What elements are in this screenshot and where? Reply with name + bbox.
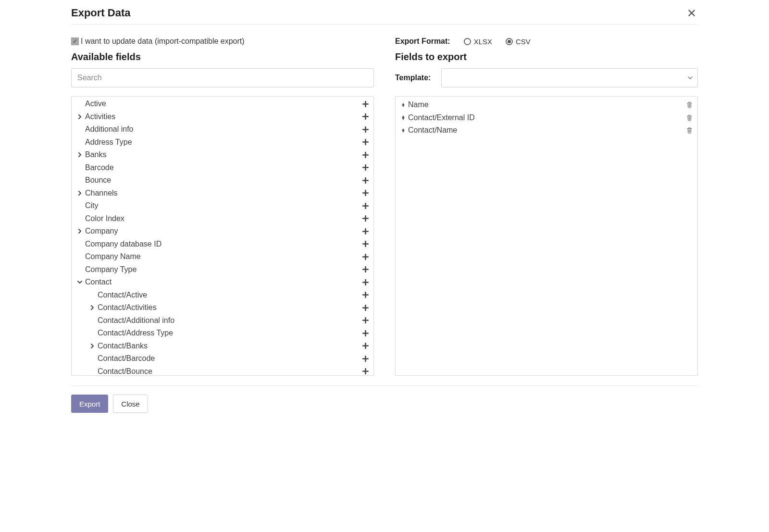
drag-handle-icon[interactable]: ▲▼ xyxy=(399,128,407,133)
chevron-right-icon[interactable] xyxy=(76,191,83,196)
tree-row[interactable]: Banks xyxy=(72,148,373,161)
export-field-row[interactable]: ▲▼Contact/Name xyxy=(399,124,694,137)
tree-item-label: Company xyxy=(83,227,361,235)
tree-row[interactable]: Active xyxy=(72,98,373,111)
tree-row[interactable]: Company Type xyxy=(72,263,373,276)
tree-row[interactable]: Contact/Address Type xyxy=(72,327,373,340)
tree-row[interactable]: Color Index xyxy=(72,212,373,225)
plus-icon[interactable] xyxy=(361,189,370,198)
plus-icon[interactable] xyxy=(361,354,370,363)
plus-icon[interactable] xyxy=(361,176,370,185)
fields-to-export-list[interactable]: ▲▼Name▲▼Contact/External ID▲▼Contact/Nam… xyxy=(395,96,698,376)
import-compatible-label: I want to update data (import-compatible… xyxy=(81,37,245,46)
tree-item-label: City xyxy=(83,201,361,210)
trash-icon[interactable] xyxy=(685,100,694,109)
tree-row[interactable]: Contact xyxy=(72,276,373,289)
checkbox-icon: ✓ xyxy=(71,37,79,45)
fields-to-export-title: Fields to export xyxy=(395,51,698,62)
chevron-right-icon[interactable] xyxy=(89,344,96,348)
plus-icon[interactable] xyxy=(361,252,370,261)
tree-item-label: Additional info xyxy=(83,125,361,134)
plus-icon[interactable] xyxy=(361,367,370,376)
trash-icon[interactable] xyxy=(685,126,694,135)
chevron-right-icon[interactable] xyxy=(76,152,83,157)
dialog-header: Export Data xyxy=(71,3,698,24)
tree-item-label: Address Type xyxy=(83,138,361,147)
tree-row[interactable]: Contact/Banks xyxy=(72,340,373,353)
export-button[interactable]: Export xyxy=(71,395,108,413)
trash-icon[interactable] xyxy=(685,113,694,122)
export-field-label: Contact/External ID xyxy=(407,113,685,122)
close-button[interactable]: Close xyxy=(113,395,148,413)
import-compatible-checkbox[interactable]: ✓ I want to update data (import-compatib… xyxy=(71,37,374,46)
tree-row[interactable]: Additional info xyxy=(72,123,373,136)
export-field-label: Contact/Name xyxy=(407,126,685,135)
plus-icon[interactable] xyxy=(361,201,370,210)
chevron-right-icon[interactable] xyxy=(76,229,83,234)
tree-item-label: Banks xyxy=(83,150,361,159)
tree-row[interactable]: Contact/Bounce xyxy=(72,365,373,376)
export-format-option[interactable]: XLSX xyxy=(464,37,492,46)
search-input[interactable] xyxy=(71,68,374,87)
tree-row[interactable]: Company database ID xyxy=(72,238,373,251)
plus-icon[interactable] xyxy=(361,240,370,248)
template-row: Template: xyxy=(395,68,698,87)
export-field-row[interactable]: ▲▼Contact/External ID xyxy=(399,111,694,124)
dialog-title: Export Data xyxy=(71,7,130,19)
fields-to-export-column: Export Format: XLSXCSV Fields to export … xyxy=(395,37,698,376)
plus-icon[interactable] xyxy=(361,112,370,121)
plus-icon[interactable] xyxy=(361,163,370,172)
radio-label: XLSX xyxy=(474,37,492,46)
plus-icon[interactable] xyxy=(361,278,370,286)
tree-row[interactable]: Company xyxy=(72,225,373,238)
tree-row[interactable]: Channels xyxy=(72,187,373,200)
tree-row[interactable]: Contact/Active xyxy=(72,289,373,302)
plus-icon[interactable] xyxy=(361,265,370,274)
tree-item-label: Contact/Barcode xyxy=(96,354,361,363)
tree-item-label: Company database ID xyxy=(83,240,361,248)
plus-icon[interactable] xyxy=(361,125,370,134)
available-fields-title: Available fields xyxy=(71,51,374,62)
radio-icon xyxy=(506,38,513,45)
tree-item-label: Contact/Banks xyxy=(96,342,361,350)
drag-handle-icon[interactable]: ▲▼ xyxy=(399,115,407,120)
export-format-radio-group: XLSXCSV xyxy=(464,37,531,46)
tree-row[interactable]: Contact/Barcode xyxy=(72,352,373,365)
tree-row[interactable]: City xyxy=(72,199,373,212)
tree-item-label: Contact/Additional info xyxy=(96,316,361,325)
plus-icon[interactable] xyxy=(361,342,370,350)
export-field-row[interactable]: ▲▼Name xyxy=(399,99,694,111)
tree-item-label: Contact/Bounce xyxy=(96,367,361,376)
plus-icon[interactable] xyxy=(361,316,370,325)
plus-icon[interactable] xyxy=(361,291,370,299)
template-select[interactable] xyxy=(441,68,698,87)
tree-row[interactable]: Barcode xyxy=(72,161,373,174)
plus-icon[interactable] xyxy=(361,150,370,159)
chevron-right-icon[interactable] xyxy=(76,114,83,119)
plus-icon[interactable] xyxy=(361,99,370,108)
tree-row[interactable]: Activities xyxy=(72,111,373,124)
tree-row[interactable]: Bounce xyxy=(72,174,373,187)
tree-item-label: Barcode xyxy=(83,163,361,172)
available-fields-column: ✓ I want to update data (import-compatib… xyxy=(71,37,374,376)
chevron-down-icon[interactable] xyxy=(76,280,83,285)
close-icon[interactable] xyxy=(685,7,698,19)
tree-row[interactable]: Contact/Additional info xyxy=(72,314,373,327)
tree-item-label: Contact/Active xyxy=(96,291,361,299)
export-field-label: Name xyxy=(407,100,685,109)
tree-row[interactable]: Contact/Activities xyxy=(72,301,373,314)
plus-icon[interactable] xyxy=(361,303,370,312)
plus-icon[interactable] xyxy=(361,214,370,223)
plus-icon[interactable] xyxy=(361,329,370,337)
tree-row[interactable]: Company Name xyxy=(72,250,373,263)
drag-handle-icon[interactable]: ▲▼ xyxy=(399,103,407,107)
dialog-footer: Export Close xyxy=(71,385,698,422)
plus-icon[interactable] xyxy=(361,227,370,235)
tree-item-label: Channels xyxy=(83,189,361,198)
export-format-option[interactable]: CSV xyxy=(506,37,531,46)
tree-row[interactable]: Address Type xyxy=(72,136,373,149)
chevron-right-icon[interactable] xyxy=(89,305,96,310)
plus-icon[interactable] xyxy=(361,138,370,147)
radio-icon xyxy=(464,38,471,45)
available-fields-tree[interactable]: ActiveActivitiesAdditional infoAddress T… xyxy=(71,96,374,376)
